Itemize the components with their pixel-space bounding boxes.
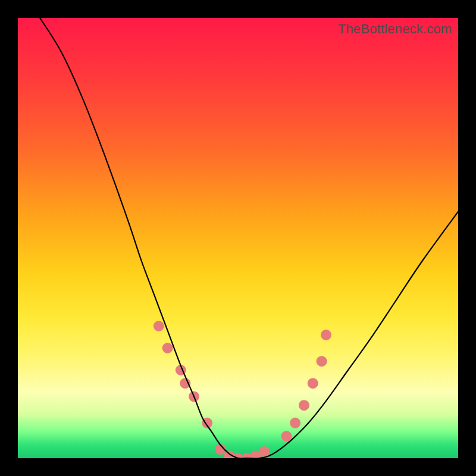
plot-area: TheBottleneck.com: [18, 18, 458, 458]
curve-marker: [299, 400, 309, 411]
marker-group: [154, 321, 331, 458]
bottleneck-curve-svg: [18, 18, 458, 458]
curve-marker: [290, 418, 300, 428]
curve-marker: [281, 431, 292, 441]
curve-marker: [154, 321, 164, 331]
curve-marker: [317, 356, 327, 367]
curve-marker: [308, 378, 318, 389]
bottleneck-curve-path: [40, 18, 458, 458]
curve-marker: [321, 330, 331, 340]
chart-frame: TheBottleneck.com: [0, 0, 476, 476]
watermark-text: TheBottleneck.com: [338, 21, 452, 37]
curve-marker: [259, 446, 270, 457]
curve-marker: [162, 343, 173, 353]
